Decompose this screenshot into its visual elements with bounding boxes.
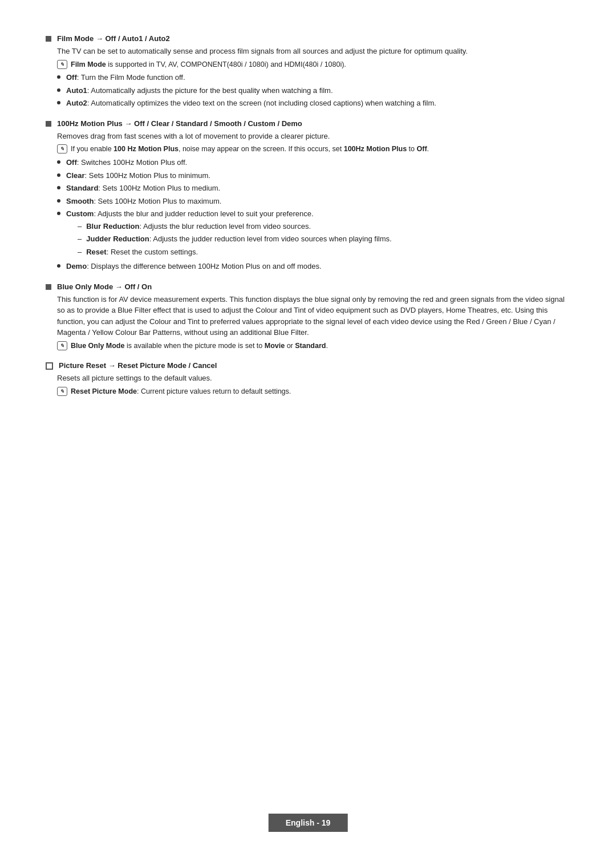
blue-only-note-text: Blue Only Mode is available when the pic… xyxy=(71,341,328,351)
dash-bullet-icon: – xyxy=(78,246,82,258)
dash-bullet-icon: – xyxy=(78,221,82,232)
picture-reset-note: ✎ Reset Picture Mode: Current picture va… xyxy=(57,386,570,397)
bullet-text: Auto2: Automatically optimizes the video… xyxy=(66,98,436,109)
bullet-text: Clear: Sets 100Hz Motion Plus to minimum… xyxy=(66,170,210,181)
note-icon: ✎ xyxy=(57,60,67,69)
dash-bullet-icon: – xyxy=(78,233,82,245)
film-mode-body: The TV can be set to automatically sense… xyxy=(46,46,570,109)
list-item: Smooth: Sets 100Hz Motion Plus to maximu… xyxy=(57,196,570,207)
film-mode-section: Film Mode → Off / Auto1 / Auto2 The TV c… xyxy=(46,34,570,109)
custom-bullet-container: Custom: Adjusts the blur and judder redu… xyxy=(66,208,392,259)
list-item: Clear: Sets 100Hz Motion Plus to minimum… xyxy=(57,170,570,181)
blue-only-section: Blue Only Mode → Off / On This function … xyxy=(46,282,570,351)
motion-plus-body-text: Removes drag from fast scenes with a lot… xyxy=(57,131,570,142)
note-icon: ✎ xyxy=(57,341,67,350)
picture-reset-note-text: Reset Picture Mode: Current picture valu… xyxy=(71,386,291,397)
checkbox-bullet-icon xyxy=(46,362,53,370)
blue-only-header: Blue Only Mode → Off / On xyxy=(46,282,570,291)
square-bullet-icon xyxy=(46,36,51,42)
film-mode-header: Film Mode → Off / Auto1 / Auto2 xyxy=(46,34,570,43)
list-item: Demo: Displays the difference between 10… xyxy=(57,261,570,272)
sub-bullet-text: Blur Reduction: Adjusts the blur reducti… xyxy=(86,221,311,232)
dot-bullet-icon xyxy=(57,212,60,215)
custom-sub-list: – Blur Reduction: Adjusts the blur reduc… xyxy=(66,221,392,258)
list-item: Off: Turn the Film Mode function off. xyxy=(57,72,570,83)
dot-bullet-icon xyxy=(57,173,60,177)
list-item: Auto1: Automatically adjusts the picture… xyxy=(57,85,570,96)
picture-reset-body: Resets all picture settings to the defau… xyxy=(46,373,570,397)
bullet-text: Off: Turn the Film Mode function off. xyxy=(66,72,185,83)
motion-plus-note-text: If you enable 100 Hz Motion Plus, noise … xyxy=(71,144,429,155)
dot-bullet-icon xyxy=(57,160,60,164)
bullet-text: Smooth: Sets 100Hz Motion Plus to maximu… xyxy=(66,196,221,207)
picture-reset-body-text: Resets all picture settings to the defau… xyxy=(57,373,570,384)
dot-bullet-icon xyxy=(57,199,60,203)
picture-reset-section: Picture Reset → Reset Picture Mode / Can… xyxy=(46,361,570,397)
sub-list-item: – Reset: Reset the custom settings. xyxy=(78,246,392,258)
list-item: Off: Switches 100Hz Motion Plus off. xyxy=(57,157,570,168)
motion-plus-body: Removes drag from fast scenes with a lot… xyxy=(46,131,570,272)
sub-list-item: – Blur Reduction: Adjusts the blur reduc… xyxy=(78,221,392,232)
picture-reset-header: Picture Reset → Reset Picture Mode / Can… xyxy=(46,361,570,370)
film-mode-title: Film Mode → Off / Auto1 / Auto2 xyxy=(57,34,170,43)
sub-bullet-text: Reset: Reset the custom settings. xyxy=(86,246,198,258)
bullet-text: Off: Switches 100Hz Motion Plus off. xyxy=(66,157,187,168)
list-item: Auto2: Automatically optimizes the video… xyxy=(57,98,570,109)
square-bullet-icon xyxy=(46,284,51,290)
motion-plus-section: 100Hz Motion Plus → Off / Clear / Standa… xyxy=(46,119,570,272)
sub-list-item: – Judder Reduction: Adjusts the judder r… xyxy=(78,233,392,245)
blue-only-body-text: This function is for AV device measureme… xyxy=(57,294,570,338)
list-item: Custom: Adjusts the blur and judder redu… xyxy=(57,208,570,259)
motion-plus-bullet-list: Off: Switches 100Hz Motion Plus off. Cle… xyxy=(57,157,570,272)
dot-bullet-icon xyxy=(57,101,60,104)
dot-bullet-icon xyxy=(57,75,60,79)
motion-plus-header: 100Hz Motion Plus → Off / Clear / Standa… xyxy=(46,119,570,128)
note-icon: ✎ xyxy=(57,144,67,153)
blue-only-title: Blue Only Mode → Off / On xyxy=(57,282,152,291)
picture-reset-title: Picture Reset → Reset Picture Mode / Can… xyxy=(59,361,217,370)
bullet-text: Auto1: Automatically adjusts the picture… xyxy=(66,85,333,96)
dot-bullet-icon xyxy=(57,264,60,268)
footer-text: English - 19 xyxy=(286,818,331,827)
bullet-text: Demo: Displays the difference between 10… xyxy=(66,261,322,272)
film-mode-note-text: Film Mode is supported in TV, AV, COMPON… xyxy=(71,59,346,70)
note-icon: ✎ xyxy=(57,387,67,396)
footer: English - 19 xyxy=(269,814,348,832)
sub-bullet-text: Judder Reduction: Adjusts the judder red… xyxy=(86,233,391,245)
blue-only-body: This function is for AV device measureme… xyxy=(46,294,570,351)
film-mode-bullet-list: Off: Turn the Film Mode function off. Au… xyxy=(57,72,570,109)
square-bullet-icon xyxy=(46,121,51,127)
page-content: Film Mode → Off / Auto1 / Auto2 The TV c… xyxy=(0,0,616,453)
dot-bullet-icon xyxy=(57,88,60,92)
dot-bullet-icon xyxy=(57,186,60,189)
film-mode-body-text: The TV can be set to automatically sense… xyxy=(57,46,570,57)
blue-only-note: ✎ Blue Only Mode is available when the p… xyxy=(57,341,570,351)
motion-plus-title: 100Hz Motion Plus → Off / Clear / Standa… xyxy=(57,119,302,128)
film-mode-note: ✎ Film Mode is supported in TV, AV, COMP… xyxy=(57,59,570,70)
list-item: Standard: Sets 100Hz Motion Plus to medi… xyxy=(57,183,570,194)
bullet-text: Standard: Sets 100Hz Motion Plus to medi… xyxy=(66,183,220,194)
bullet-text: Custom: Adjusts the blur and judder redu… xyxy=(66,209,314,218)
motion-plus-note: ✎ If you enable 100 Hz Motion Plus, nois… xyxy=(57,144,570,155)
